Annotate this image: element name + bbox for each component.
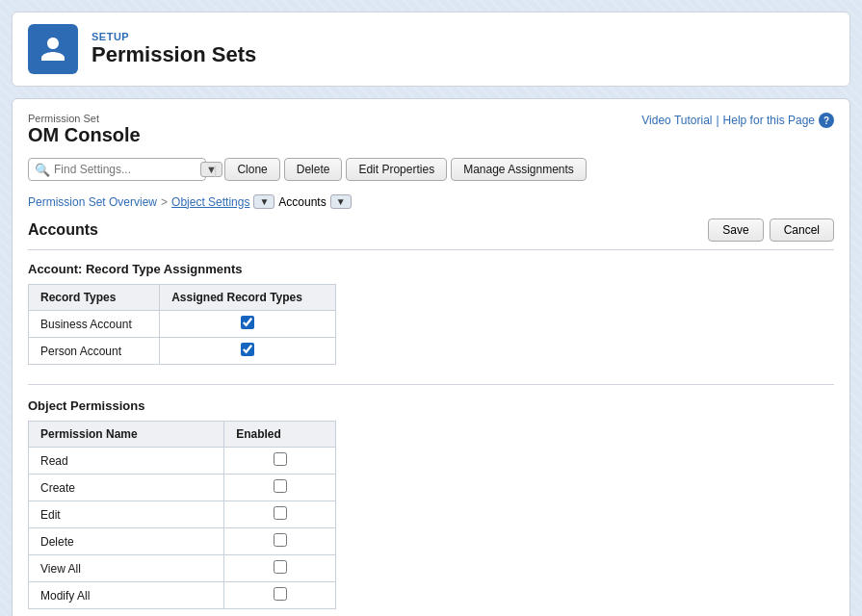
op-checkbox[interactable] <box>274 479 287 493</box>
section-header: Accounts Save Cancel <box>28 218 834 250</box>
op-checkbox[interactable] <box>274 560 287 574</box>
object-settings-dropdown[interactable]: ▼ <box>253 194 274 209</box>
delete-button[interactable]: Delete <box>284 158 343 181</box>
toolbar: 🔍 ▼ | Clone Delete Edit Properties Manag… <box>28 158 834 181</box>
record-type-table: Record Types Assigned Record Types Busin… <box>28 284 336 365</box>
op-checkbox[interactable] <box>274 587 287 601</box>
breadcrumb-sep: > <box>161 195 168 209</box>
section-divider <box>28 384 834 385</box>
rt-col-record-types: Record Types <box>29 285 160 311</box>
breadcrumb-overview-link[interactable]: Permission Set Overview <box>28 195 157 209</box>
ps-section: Permission Set OM Console <box>28 113 141 156</box>
record-type-title: Account: Record Type Assignments <box>28 262 834 276</box>
object-permissions-title: Object Permissions <box>28 398 834 413</box>
rt-name: Person Account <box>29 338 160 365</box>
table-row: View All <box>29 555 336 582</box>
help-page-link[interactable]: Help for this Page <box>723 114 815 127</box>
ps-top-row: Permission Set OM Console Video Tutorial… <box>28 113 834 156</box>
op-name: View All <box>29 555 224 582</box>
op-checkbox-cell <box>224 475 336 501</box>
op-checkbox-cell <box>224 448 336 475</box>
edit-properties-button[interactable]: Edit Properties <box>346 158 447 181</box>
rt-name: Business Account <box>29 311 160 338</box>
accounts-dropdown[interactable]: ▼ <box>330 194 352 209</box>
save-button[interactable]: Save <box>708 218 763 242</box>
op-checkbox[interactable] <box>274 452 287 466</box>
header-text: SETUP Permission Sets <box>91 31 256 67</box>
setup-label: SETUP <box>91 31 256 42</box>
page-header: SETUP Permission Sets <box>12 12 850 87</box>
rt-col-assigned: Assigned Record Types <box>160 285 336 311</box>
record-type-section: Account: Record Type Assignments Record … <box>28 262 834 365</box>
table-row: Read <box>29 448 336 475</box>
object-permissions-section: Object Permissions Permission Name Enabl… <box>28 398 834 609</box>
table-row: Edit <box>29 501 336 528</box>
op-name: Read <box>29 448 224 475</box>
clone-button[interactable]: Clone <box>224 158 279 181</box>
header-icon <box>28 24 78 74</box>
table-row: Modify All <box>29 582 336 609</box>
search-dropdown-btn[interactable]: ▼ <box>200 162 222 177</box>
manage-assignments-button[interactable]: Manage Assignments <box>451 158 587 181</box>
main-card: Permission Set OM Console Video Tutorial… <box>12 98 850 616</box>
section-actions: Save Cancel <box>708 218 834 242</box>
section-title: Accounts <box>28 221 98 239</box>
op-checkbox[interactable] <box>274 533 287 547</box>
ps-name: OM Console <box>28 124 141 146</box>
help-separator: | <box>716 114 718 127</box>
op-name: Edit <box>29 501 224 528</box>
breadcrumb-object-settings[interactable]: Object Settings <box>171 195 249 209</box>
rt-checkbox-cell <box>160 311 336 338</box>
rt-checkbox-cell <box>160 338 336 365</box>
table-row: Delete <box>29 528 336 555</box>
page-title: Permission Sets <box>91 42 256 67</box>
search-input[interactable] <box>54 163 198 176</box>
video-tutorial-link[interactable]: Video Tutorial <box>641 114 712 127</box>
table-row: Person Account <box>29 338 336 365</box>
help-icon[interactable]: ? <box>819 113 834 128</box>
op-name: Create <box>29 475 224 501</box>
breadcrumb: Permission Set Overview > Object Setting… <box>28 194 834 209</box>
object-permissions-table: Permission Name Enabled Read Create Edit… <box>28 421 336 609</box>
op-name: Modify All <box>29 582 224 609</box>
breadcrumb-current: Accounts <box>278 195 326 209</box>
search-magnifier-icon: 🔍 <box>35 163 50 177</box>
table-row: Business Account <box>29 311 336 338</box>
op-checkbox[interactable] <box>274 506 287 520</box>
ps-label: Permission Set <box>28 113 141 124</box>
search-box: 🔍 ▼ <box>28 158 206 181</box>
op-checkbox-cell <box>224 501 336 528</box>
op-checkbox-cell <box>224 555 336 582</box>
op-col-enabled: Enabled <box>224 422 336 448</box>
op-col-name: Permission Name <box>29 422 224 448</box>
cancel-button[interactable]: Cancel <box>770 218 834 242</box>
table-row: Create <box>29 475 336 501</box>
toolbar-divider: | <box>214 163 217 177</box>
op-checkbox-cell <box>224 582 336 609</box>
op-checkbox-cell <box>224 528 336 555</box>
rt-checkbox[interactable] <box>241 343 254 356</box>
rt-checkbox[interactable] <box>241 316 254 329</box>
help-links: Video Tutorial | Help for this Page ? <box>641 113 834 128</box>
op-name: Delete <box>29 528 224 555</box>
